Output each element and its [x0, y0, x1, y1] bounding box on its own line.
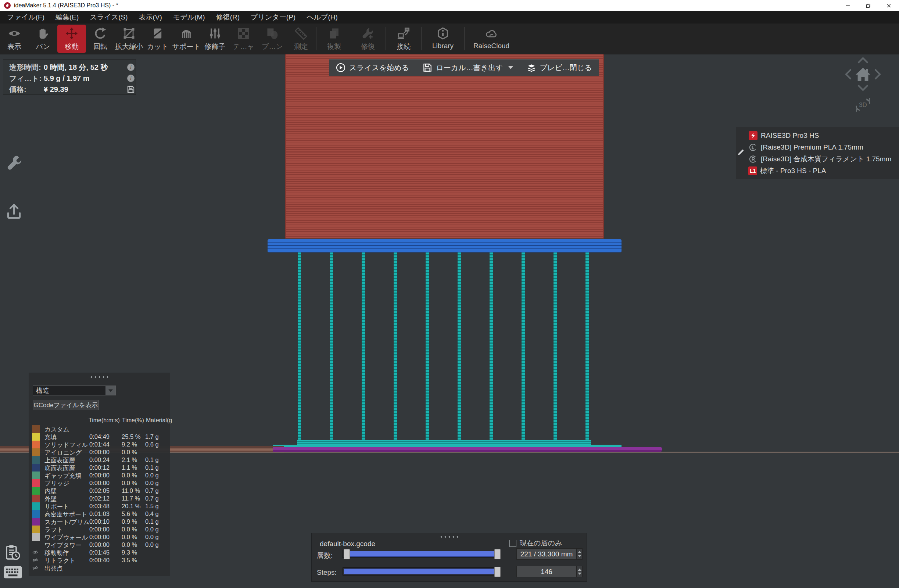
layer-slider-fill — [349, 551, 496, 557]
menu-item[interactable]: スライス(S) — [84, 11, 133, 23]
toolbar-button[interactable]: 複製 — [317, 23, 351, 54]
structure-row[interactable]: 底面表面層 0:00:12 1.1 % 0.1 g — [29, 464, 170, 472]
layer-slider-handle-low[interactable] — [344, 549, 350, 559]
structure-row[interactable]: ギャップ充填 0:00:00 0.0 % 0.0 g — [29, 472, 170, 479]
category-color-swatch — [32, 510, 40, 518]
show-gcode-button[interactable]: GCodeファイルを表示 — [33, 400, 99, 410]
toolbar-button[interactable]: RaiseCloud — [465, 23, 517, 54]
layer-spinner[interactable] — [576, 548, 582, 560]
category-percent: 5.6 % — [122, 511, 137, 517]
view-mode-dropdown[interactable]: 構造 — [33, 386, 116, 395]
structure-row[interactable]: ブリッジ 0:00:00 0.0 % 0.0 g — [29, 479, 170, 487]
menu-item[interactable]: 修復(R) — [211, 11, 245, 23]
toolbar-button[interactable]: カット — [143, 23, 172, 54]
steps-slider-handle[interactable] — [494, 567, 500, 577]
pan-left-button[interactable] — [845, 69, 851, 80]
structure-row[interactable]: リトラクト 0:00:40 3.5 % — [29, 556, 170, 564]
steps-slider[interactable] — [343, 568, 500, 576]
structure-row[interactable]: ワイプタワー 0:00:00 0.0 % 0.0 g — [29, 541, 170, 549]
spinner-up-icon[interactable] — [578, 551, 581, 553]
close-preview-button[interactable]: プレビ…閉じる — [520, 60, 599, 76]
spinner-down-icon[interactable] — [578, 555, 581, 557]
info-icon[interactable]: i — [127, 63, 135, 71]
structure-row[interactable]: スカート/ブリム 0:00:10 0.9 % 0.1 g — [29, 518, 170, 526]
info-icon[interactable]: i — [127, 74, 135, 82]
structure-row[interactable]: サポート 0:03:48 20.1 % 1.5 g — [29, 502, 170, 510]
toolbar-button[interactable]: 修飾子 — [201, 23, 229, 54]
eye-off-icon[interactable] — [31, 549, 39, 555]
toolbar-button[interactable]: 移動 — [57, 25, 86, 53]
layer-value-input[interactable]: 221 / 33.300 mm — [516, 548, 577, 560]
toolbar-button[interactable]: パン — [29, 23, 57, 54]
menu-item[interactable]: ファイル(F) — [2, 11, 50, 23]
settings-wrench-icon[interactable] — [6, 154, 23, 171]
category-material: 0.0 g — [145, 526, 159, 533]
panel-drag-handle[interactable] — [89, 376, 110, 378]
menu-item[interactable]: 表示(V) — [133, 11, 167, 23]
eye-off-icon[interactable] — [31, 557, 39, 563]
edit-pencil-icon[interactable] — [737, 148, 745, 157]
structure-row[interactable]: アイロニング 0:00:00 0.0 % — [29, 448, 170, 456]
printer-panel-row[interactable]: L1 標準 - Pro3 HS - PLA — [748, 165, 897, 177]
chevron-down-icon[interactable] — [508, 66, 513, 69]
keyboard-icon[interactable] — [3, 565, 23, 579]
menu-item[interactable]: プリンター(P) — [245, 11, 301, 23]
toolbar-button[interactable]: サポート — [172, 23, 201, 54]
structure-row[interactable]: 外壁 0:02:12 11.7 % 0.7 g — [29, 495, 170, 502]
print-queue-icon[interactable] — [5, 544, 20, 561]
eye-icon — [7, 26, 22, 41]
eye-off-icon[interactable] — [31, 565, 39, 571]
upload-icon[interactable] — [5, 202, 23, 220]
panel-drag-handle[interactable] — [439, 536, 460, 538]
structure-row[interactable]: 移動動作 0:01:45 9.3 % — [29, 549, 170, 556]
steps-value-input[interactable]: 146 — [516, 566, 577, 577]
pan-down-button[interactable] — [857, 85, 868, 91]
pan-right-button[interactable] — [874, 69, 881, 80]
toolbar-button[interactable]: 表示 — [0, 23, 29, 54]
structure-row[interactable]: 上面表面層 0:00:24 2.1 % 0.1 g — [29, 456, 170, 464]
toolbar-button[interactable]: 接続 — [387, 23, 420, 54]
toolbar-button[interactable]: 修復 — [351, 23, 385, 54]
support-column — [394, 253, 397, 440]
export-local-button[interactable]: ローカル…書き出す — [416, 60, 520, 76]
menu-item[interactable]: ヘルプ(H) — [301, 11, 343, 23]
current-layer-only-checkbox[interactable] — [510, 540, 516, 547]
layer-range-slider[interactable] — [343, 550, 500, 558]
rotate-3d-icon[interactable]: 3D — [853, 96, 873, 113]
category-time: 0:00:10 — [89, 518, 110, 525]
start-slice-button[interactable]: スライスを始める — [329, 60, 416, 76]
structure-row[interactable]: ラフト 0:00:00 0.0 % 0.0 g — [29, 526, 170, 533]
home-view-button[interactable] — [855, 67, 871, 82]
toolbar-button[interactable]: 測定 — [287, 23, 315, 54]
structure-row[interactable]: 内壁 0:02:05 11.0 % 0.7 g — [29, 487, 170, 495]
structure-row[interactable]: 高密度サポート 0:01:03 5.6 % 0.4 g — [29, 510, 170, 518]
toolbar-button[interactable]: 回転 — [86, 23, 115, 54]
toolbar-button[interactable]: ブ…ン — [258, 23, 287, 54]
restore-button[interactable] — [858, 0, 879, 11]
toolbar-button[interactable]: テ…ャ — [229, 23, 258, 54]
toolbar-button[interactable]: Library — [422, 23, 463, 54]
menu-item[interactable]: モデル(M) — [168, 11, 211, 23]
structure-row[interactable]: 充填 0:04:49 25.5 % 1.7 g — [29, 433, 170, 441]
spinner-up-icon[interactable] — [578, 568, 581, 571]
chevron-down-icon[interactable] — [105, 386, 116, 395]
printer-panel-row[interactable]: RAISE3D Pro3 HS — [748, 130, 897, 142]
structure-row[interactable]: ワイプウォール 0:00:00 0.0 % 0.0 g — [29, 533, 170, 541]
printer-panel-row[interactable]: [Raise3D] Premium PLA 1.75mm — [748, 142, 897, 153]
printer-panel-row[interactable]: [Raise3D] 合成木質フィラメント 1.75mm — [748, 153, 897, 165]
close-button[interactable] — [879, 0, 899, 11]
structure-row[interactable]: 出発点 — [29, 564, 170, 572]
pan-up-button[interactable] — [857, 57, 868, 63]
minimize-button[interactable] — [837, 0, 858, 11]
layer-slider-handle-high[interactable] — [494, 549, 500, 559]
toolbar-button[interactable]: 拡大縮小 — [115, 23, 143, 54]
spinner-down-icon[interactable] — [578, 573, 581, 575]
category-material: 0.0 g — [145, 480, 159, 486]
menu-item[interactable]: 編集(E) — [50, 11, 84, 23]
structure-row[interactable]: ソリッドフィル 0:01:44 9.2 % 0.6 g — [29, 441, 170, 448]
structure-row[interactable]: カスタム — [29, 425, 170, 433]
save-icon[interactable] — [127, 85, 135, 93]
category-percent: 0.0 % — [122, 449, 137, 456]
steps-spinner[interactable] — [576, 566, 582, 577]
category-time: 0:00:00 — [89, 449, 110, 456]
